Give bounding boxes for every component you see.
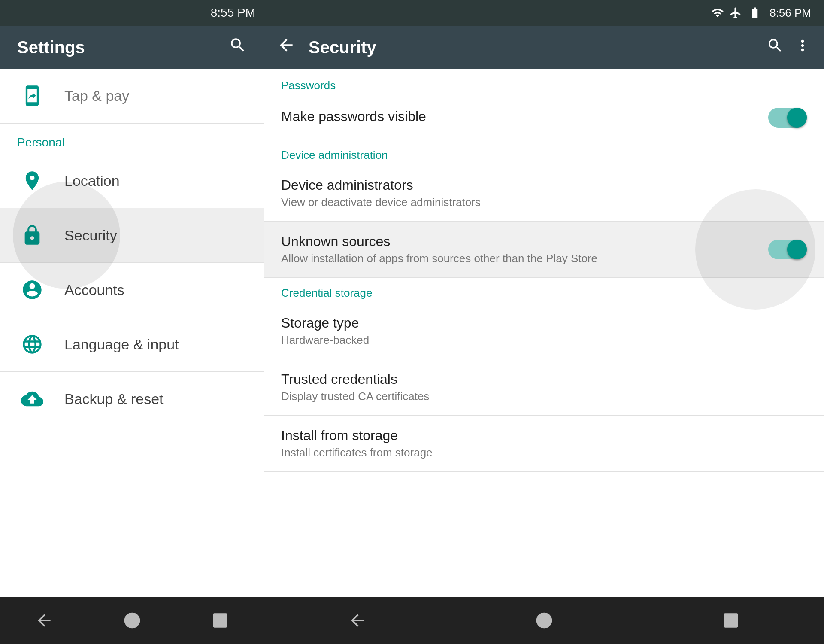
toggle-knob-unknown bbox=[787, 240, 807, 259]
tap-pay-item[interactable]: Tap & pay bbox=[0, 69, 264, 123]
status-icons-right bbox=[711, 6, 763, 19]
back-button-top-right[interactable] bbox=[277, 36, 296, 59]
battery-icon bbox=[747, 6, 763, 19]
passwords-section-header: Passwords bbox=[264, 69, 824, 96]
trusted-credentials-item[interactable]: Trusted credentials Display trusted CA c… bbox=[264, 359, 824, 416]
accounts-icon bbox=[17, 275, 47, 305]
nav-bar-right bbox=[264, 597, 824, 644]
top-bar-right: Security bbox=[264, 26, 824, 69]
storage-type-text: Storage type Hardware-backed bbox=[281, 315, 807, 347]
svg-rect-3 bbox=[724, 614, 737, 627]
personal-section-header: Personal bbox=[0, 124, 264, 154]
install-from-storage-subtitle: Install certificates from storage bbox=[281, 446, 807, 459]
trusted-credentials-title: Trusted credentials bbox=[281, 371, 807, 387]
tap-pay-label: Tap & pay bbox=[64, 88, 129, 104]
passwords-section-title: Passwords bbox=[281, 79, 336, 92]
status-time-left: 8:55 PM bbox=[211, 6, 255, 20]
status-bar-right: 8:56 PM bbox=[264, 0, 824, 26]
device-administrators-title: Device administrators bbox=[281, 177, 807, 193]
status-time-right: 8:56 PM bbox=[769, 6, 811, 20]
home-button-left[interactable] bbox=[119, 608, 145, 633]
top-bar-left: Settings bbox=[0, 26, 264, 69]
recents-button-left[interactable] bbox=[207, 608, 233, 633]
settings-title: Settings bbox=[17, 38, 85, 57]
language-label: Language & input bbox=[64, 336, 179, 353]
storage-type-title: Storage type bbox=[281, 315, 807, 331]
home-button-right[interactable] bbox=[531, 608, 557, 633]
settings-item-language[interactable]: Language & input bbox=[0, 317, 264, 372]
credential-storage-section-title: Credential storage bbox=[281, 286, 372, 299]
make-passwords-toggle[interactable] bbox=[768, 108, 807, 128]
action-icons bbox=[766, 37, 811, 58]
make-passwords-text: Make passwords visible bbox=[281, 109, 768, 127]
backup-icon bbox=[17, 384, 47, 414]
search-icon-left[interactable] bbox=[229, 36, 247, 58]
svg-rect-1 bbox=[214, 614, 227, 627]
spacer-left bbox=[0, 426, 264, 597]
install-from-storage-text: Install from storage Install certificate… bbox=[281, 428, 807, 459]
svg-point-2 bbox=[537, 614, 551, 628]
storage-type-subtitle: Hardware-backed bbox=[281, 334, 807, 347]
make-passwords-title: Make passwords visible bbox=[281, 109, 768, 125]
backup-label: Backup & reset bbox=[64, 391, 164, 407]
unknown-sources-toggle[interactable] bbox=[768, 240, 807, 259]
left-panel: 8:55 PM Settings Tap & pay Personal Lo bbox=[0, 0, 264, 644]
trusted-credentials-subtitle: Display trusted CA certificates bbox=[281, 390, 807, 403]
svg-point-0 bbox=[125, 614, 139, 628]
nav-bar-left bbox=[0, 597, 264, 644]
settings-item-security[interactable]: Security bbox=[0, 208, 264, 263]
install-from-storage-title: Install from storage bbox=[281, 428, 807, 444]
recents-button-right[interactable] bbox=[718, 608, 744, 633]
device-admin-section-header: Device administration bbox=[264, 140, 824, 165]
trusted-credentials-text: Trusted credentials Display trusted CA c… bbox=[281, 371, 807, 403]
make-passwords-visible-item[interactable]: Make passwords visible bbox=[264, 96, 824, 140]
device-admin-section-title: Device administration bbox=[281, 149, 388, 161]
accounts-label: Accounts bbox=[64, 282, 124, 298]
toggle-knob bbox=[787, 108, 807, 128]
tap-pay-icon bbox=[17, 81, 47, 111]
security-page-title: Security bbox=[309, 38, 766, 57]
airplane-icon bbox=[729, 6, 742, 19]
wifi-icon bbox=[711, 6, 724, 19]
unknown-sources-item[interactable]: Unknown sources Allow installation of ap… bbox=[264, 222, 824, 278]
back-button-left[interactable] bbox=[31, 608, 57, 633]
settings-item-accounts[interactable]: Accounts bbox=[0, 263, 264, 317]
storage-type-item[interactable]: Storage type Hardware-backed bbox=[264, 303, 824, 359]
back-button-right[interactable] bbox=[345, 608, 370, 633]
settings-item-backup[interactable]: Backup & reset bbox=[0, 372, 264, 426]
security-content: Passwords Make passwords visible Device … bbox=[264, 69, 824, 597]
status-bar-left: 8:55 PM bbox=[0, 0, 264, 26]
install-from-storage-item[interactable]: Install from storage Install certificate… bbox=[264, 416, 824, 472]
language-icon bbox=[17, 329, 47, 359]
right-panel: 8:56 PM Security Passwords bbox=[264, 0, 824, 644]
more-icon-right[interactable] bbox=[794, 37, 811, 58]
personal-section-title: Personal bbox=[17, 136, 65, 149]
search-icon-right[interactable] bbox=[766, 37, 784, 58]
